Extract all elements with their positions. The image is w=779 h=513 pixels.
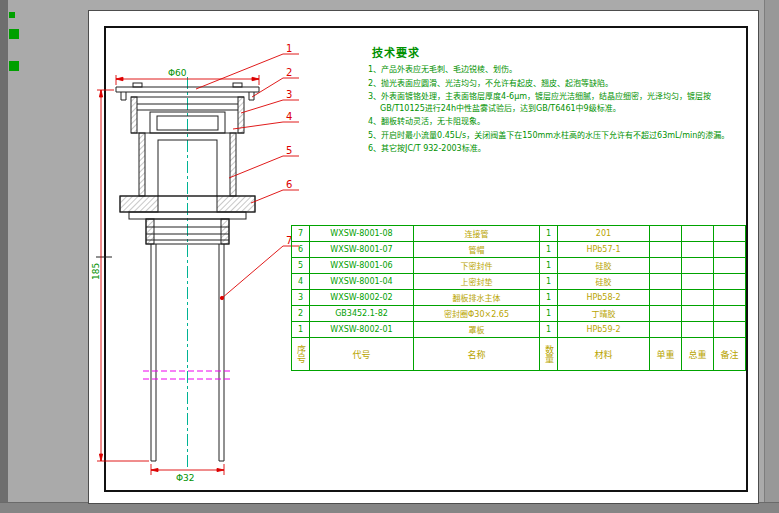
bom-cell-seq: 5 xyxy=(292,258,310,274)
bom-cell-unit-weight xyxy=(650,290,682,306)
bom-cell-qty: 1 xyxy=(540,226,558,242)
bom-header-unit-weight: 单重 xyxy=(650,338,682,371)
bom-header-code: 代号 xyxy=(310,338,414,371)
bom-cell-unit-weight xyxy=(650,306,682,322)
bom-header-row: 序号 代号 名称 数量 材料 单重 总重 备注 xyxy=(292,338,746,371)
bom-cell-name: 翻板排水主体 xyxy=(414,290,540,306)
bom-cell-unit-weight xyxy=(650,274,682,290)
balloon-2: 2 xyxy=(286,67,292,78)
bom-cell-total-weight xyxy=(682,322,714,338)
bom-cell-remark xyxy=(714,226,746,242)
bom-cell-material: 201 xyxy=(558,226,650,242)
bom-cell-qty: 1 xyxy=(540,306,558,322)
bom-cell-unit-weight xyxy=(650,226,682,242)
bom-cell-material: 硅胶 xyxy=(558,258,650,274)
dim-top-diameter-label: Φ60 xyxy=(168,68,187,78)
bom-cell-code: WXSW-8002-02 xyxy=(310,290,414,306)
bom-cell-material: 丁晴胶 xyxy=(558,306,650,322)
bom-cell-code: WXSW-8001-06 xyxy=(310,258,414,274)
balloon-4: 4 xyxy=(286,111,292,122)
bom-header-remark: 备注 xyxy=(714,338,746,371)
bom-cell-qty: 1 xyxy=(540,322,558,338)
tech-req-item: 1、产品外表应无毛刺、毛边锐棱、划伤。 xyxy=(368,64,746,76)
bom-cell-remark xyxy=(714,258,746,274)
part-outline xyxy=(96,83,259,461)
bom-cell-qty: 1 xyxy=(540,274,558,290)
bom-cell-remark xyxy=(714,306,746,322)
bom-row: 4 WXSW-8001-04 上密封垫 1 硅胶 xyxy=(292,274,746,290)
bom-cell-seq: 7 xyxy=(292,226,310,242)
bom-cell-remark xyxy=(714,274,746,290)
dim-bottom-diameter-label: Φ32 xyxy=(176,473,195,483)
bom-cell-unit-weight xyxy=(650,242,682,258)
bom-cell-name: 罩板 xyxy=(414,322,540,338)
bom-cell-code: WXSW-8001-07 xyxy=(310,242,414,258)
cad-viewport: 1 2 3 4 5 6 7 Φ60 185 Φ32 技术要求 1、产品外表应无毛… xyxy=(0,0,779,513)
bom-cell-seq: 3 xyxy=(292,290,310,306)
bom-cell-qty: 1 xyxy=(540,290,558,306)
tech-req-item: 4、翻板转动灵活，无卡阻现象。 xyxy=(368,116,746,128)
bom-cell-name: 管帽 xyxy=(414,242,540,258)
bom-cell-seq: 2 xyxy=(292,306,310,322)
bom-cell-name: 下密封件 xyxy=(414,258,540,274)
bom-header-name: 名称 xyxy=(414,338,540,371)
bom-cell-seq: 6 xyxy=(292,242,310,258)
bom-cell-material: 硅胶 xyxy=(558,274,650,290)
bom-cell-material: HPb58-2 xyxy=(558,290,650,306)
bom-cell-total-weight xyxy=(682,290,714,306)
bom-cell-code: WXSW-8001-08 xyxy=(310,226,414,242)
bom-cell-total-weight xyxy=(682,306,714,322)
bom-header-qty: 数量 xyxy=(540,338,558,371)
tech-req-item: 6、其它按JC/T 932-2003标准。 xyxy=(368,143,746,155)
tech-req-item: 3、外表面镀铬处理，主表面铬层厚度4-6μm，镀层应光洁细腻，结晶应细密，光泽均… xyxy=(368,91,746,114)
bom-cell-remark xyxy=(714,242,746,258)
bom-cell-remark xyxy=(714,290,746,306)
bom-cell-total-weight xyxy=(682,226,714,242)
tech-req-item: 2、抛光表面应圆滑、光洁均匀，不允许有起皮、翘皮、起泡等缺陷。 xyxy=(368,78,746,90)
bom-row: 6 WXSW-8001-07 管帽 1 HPb57-1 xyxy=(292,242,746,258)
balloon-6: 6 xyxy=(286,179,292,190)
bom-table: 7 WXSW-8001-08 连接管 1 201 6 WXSW-8001-07 … xyxy=(291,225,746,371)
bom-cell-seq: 1 xyxy=(292,322,310,338)
bom-cell-unit-weight xyxy=(650,322,682,338)
bom-cell-name: 连接管 xyxy=(414,226,540,242)
bom-cell-seq: 4 xyxy=(292,274,310,290)
bom-header-material: 材料 xyxy=(558,338,650,371)
dim-height-label: 185 xyxy=(91,263,101,280)
bom-cell-name: 密封圈Φ30×2.65 xyxy=(414,306,540,322)
bom-row: 2 GB3452.1-82 密封圈Φ30×2.65 1 丁晴胶 xyxy=(292,306,746,322)
bom-cell-qty: 1 xyxy=(540,258,558,274)
bom-cell-material: HPb57-1 xyxy=(558,242,650,258)
bom-row: 1 WXSW-8002-01 罩板 1 HPb59-2 xyxy=(292,322,746,338)
tech-req-title: 技术要求 xyxy=(372,44,746,60)
technical-requirements: 技术要求 1、产品外表应无毛刺、毛边锐棱、划伤。 2、抛光表面应圆滑、光洁均匀，… xyxy=(368,44,746,157)
bom-header-seq: 序号 xyxy=(292,338,310,371)
tech-req-item: 5、开启时最小流量0.45L/s，关闭阀盖下在150mm水柱高的水压下允许有不超… xyxy=(368,130,746,142)
bom-row: 7 WXSW-8001-08 连接管 1 201 xyxy=(292,226,746,242)
balloon-5: 5 xyxy=(286,145,292,156)
bom-cell-total-weight xyxy=(682,258,714,274)
bom-cell-qty: 1 xyxy=(540,242,558,258)
bom-cell-material: HPb59-2 xyxy=(558,322,650,338)
bom-cell-code: GB3452.1-82 xyxy=(310,306,414,322)
bom-cell-name: 上密封垫 xyxy=(414,274,540,290)
leader-lines xyxy=(196,54,299,300)
bom-cell-code: WXSW-8002-01 xyxy=(310,322,414,338)
bom-row: 3 WXSW-8002-02 翻板排水主体 1 HPb58-2 xyxy=(292,290,746,306)
bom-cell-total-weight xyxy=(682,274,714,290)
bom-header-total-weight: 总重 xyxy=(682,338,714,371)
bom-cell-remark xyxy=(714,322,746,338)
balloon-3: 3 xyxy=(286,89,292,100)
bom-cell-unit-weight xyxy=(650,258,682,274)
bom-row: 5 WXSW-8001-06 下密封件 1 硅胶 xyxy=(292,258,746,274)
balloon-1: 1 xyxy=(286,43,292,54)
bom-cell-total-weight xyxy=(682,242,714,258)
bom-cell-code: WXSW-8001-04 xyxy=(310,274,414,290)
